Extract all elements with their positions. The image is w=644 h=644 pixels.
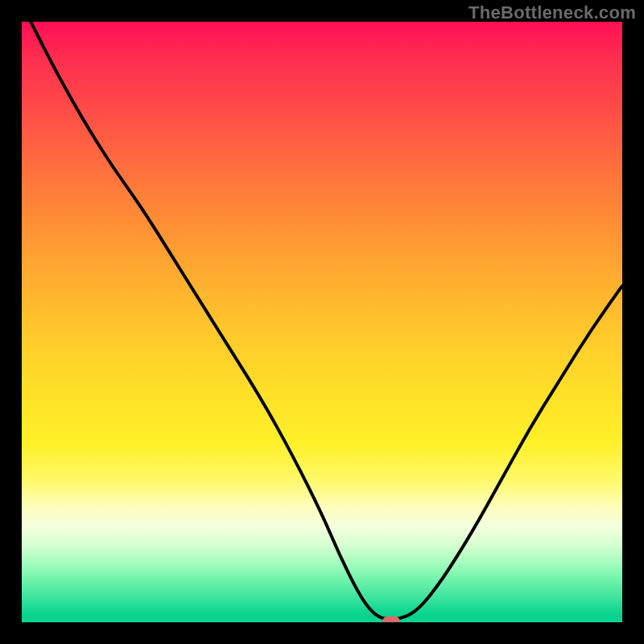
watermark-text: TheBottleneck.com	[469, 2, 636, 23]
curve-layer	[22, 22, 622, 622]
figure-container: TheBottleneck.com	[0, 0, 644, 644]
trough-marker	[382, 616, 400, 622]
curve-path	[22, 22, 622, 619]
plot-area	[22, 22, 622, 622]
